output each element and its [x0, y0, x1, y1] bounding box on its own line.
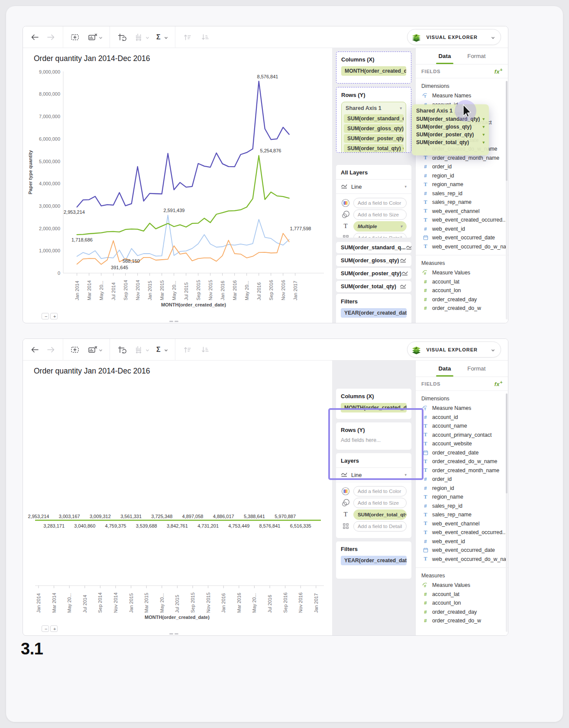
- add-visualization-button[interactable]: [70, 345, 81, 354]
- field-item[interactable]: Tweb_event_channel: [416, 519, 508, 528]
- layer-row-2[interactable]: SUM(order_gloss_qty): [336, 255, 411, 266]
- scrollbar[interactable]: [506, 81, 508, 319]
- field-item[interactable]: #order_id: [416, 475, 508, 484]
- field-item[interactable]: Taccount_primary_contact: [416, 431, 508, 440]
- back-button[interactable]: [30, 32, 39, 42]
- shared-axis-group[interactable]: Shared Axis 1▾ SUM(order_standard_qty)▾S…: [341, 102, 406, 153]
- sort-ascending-button[interactable]: [182, 32, 193, 42]
- field-item[interactable]: #region_id: [416, 171, 508, 180]
- field-item[interactable]: #web_event_id: [416, 225, 508, 234]
- field-item[interactable]: Tweb_event_occurred_do_w_na...: [416, 242, 508, 251]
- columns-shelf[interactable]: Columns (X) MONTH(order_created_d...▾: [336, 52, 411, 84]
- field-item[interactable]: Tweb_event_occurred_do_w_na...: [416, 555, 508, 564]
- field-item[interactable]: Torder_created_month_name: [416, 466, 508, 475]
- tab-data[interactable]: Data: [439, 361, 451, 377]
- field-item[interactable]: web_event_occurred_date: [416, 233, 508, 242]
- field-item[interactable]: #web_event_id: [416, 537, 508, 546]
- add-visualization-button[interactable]: [70, 32, 81, 42]
- field-item[interactable]: #region_id: [416, 484, 508, 493]
- field-item[interactable]: Tweb_event_created_occurred...: [416, 528, 508, 537]
- tab-data[interactable]: Data: [439, 48, 451, 64]
- field-item[interactable]: Tsales_rep_name: [416, 198, 508, 207]
- field-item[interactable]: #order_created_day: [416, 608, 508, 617]
- layer-row-4[interactable]: SUM(order_total_qty): [336, 281, 411, 292]
- field-item[interactable]: Tsales_rep_name: [416, 510, 508, 519]
- columns-shelf[interactable]: Columns (X) MONTH(order_created_d...▾: [336, 389, 411, 419]
- color-field-well[interactable]: Add a field to Color: [353, 486, 407, 496]
- rows-placeholder[interactable]: Add fields here...: [341, 437, 407, 443]
- field-item[interactable]: #sales_rep_id: [416, 189, 508, 198]
- sort-ascending-button[interactable]: [182, 345, 193, 354]
- layer-row-3[interactable]: SUM(order_poster_qty): [336, 268, 411, 279]
- scrollbar[interactable]: [506, 393, 508, 632]
- text-field-well[interactable]: Multiple▾: [353, 221, 407, 232]
- swap-axes-button[interactable]: [117, 345, 127, 354]
- zoom-in-button[interactable]: +: [50, 625, 58, 632]
- color-field-well[interactable]: Add a field to Color: [353, 198, 407, 208]
- filter-pill[interactable]: YEAR(order_created_date)▾: [341, 308, 407, 318]
- visual-explorer-menu-button[interactable]: VISUAL EXPLORER: [407, 341, 501, 358]
- forward-button[interactable]: [46, 32, 56, 42]
- layer-row-1[interactable]: SUM(order_standard_q...: [336, 242, 411, 253]
- field-item[interactable]: #account_lon: [416, 286, 508, 295]
- aggregate-button[interactable]: Σ: [156, 346, 168, 354]
- field-item[interactable]: #order_created_day: [416, 295, 508, 304]
- sort-descending-button[interactable]: [200, 345, 210, 354]
- back-button[interactable]: [30, 345, 39, 354]
- field-item[interactable]: Tweb_event_created_occurred...: [416, 216, 508, 225]
- field-item[interactable]: #account_lat: [416, 590, 508, 599]
- aggregate-button[interactable]: Σ: [156, 33, 168, 41]
- viz-type-dropdown[interactable]: Line ▾: [341, 471, 407, 478]
- forward-button[interactable]: [46, 345, 56, 354]
- field-item[interactable]: #account_id: [416, 413, 508, 422]
- horizontal-scroll-handle[interactable]: [169, 321, 178, 322]
- field-item[interactable]: #order_id: [416, 162, 508, 171]
- field-item[interactable]: #sales_rep_id: [416, 502, 508, 511]
- size-field-well[interactable]: Add a field to Size: [353, 498, 407, 508]
- tab-format[interactable]: Format: [467, 361, 485, 377]
- field-item[interactable]: TMeasure Names: [416, 404, 508, 413]
- viz-type-dropdown[interactable]: Line ▾: [341, 183, 407, 190]
- horizontal-scroll-handle[interactable]: [169, 633, 178, 635]
- field-item[interactable]: Taccount_name: [416, 422, 508, 431]
- field-item[interactable]: #account_lon: [416, 599, 508, 608]
- add-calculated-field-button[interactable]: fx+: [495, 380, 503, 387]
- field-item[interactable]: Tregion_name: [416, 493, 508, 502]
- columns-field-pill[interactable]: MONTH(order_created_d...▾: [341, 403, 407, 412]
- shared-axis-field-pill[interactable]: SUM(order_standard_qty)▾: [344, 114, 404, 123]
- field-item[interactable]: Tweb_event_channel: [416, 207, 508, 216]
- field-item[interactable]: web_event_occurred_date: [416, 546, 508, 555]
- text-field-well[interactable]: SUM(order_total_qty)▾: [353, 509, 407, 520]
- detail-field-well[interactable]: Add a field to Detail: [353, 233, 407, 238]
- line-chart[interactable]: 01,000,0002,000,0003,000,0004,000,0005,0…: [23, 48, 332, 323]
- zoom-out-button[interactable]: −: [42, 313, 49, 319]
- shared-axis-field-pill[interactable]: SUM(order_total_qty)▾: [344, 144, 404, 153]
- sort-descending-button[interactable]: [200, 32, 210, 42]
- field-item[interactable]: Tregion_name: [416, 180, 508, 189]
- zoom-in-button[interactable]: +: [50, 313, 58, 319]
- size-field-well[interactable]: Add a field to Size: [353, 209, 407, 220]
- remove-visualization-button[interactable]: [87, 32, 103, 42]
- filter-pill[interactable]: YEAR(order_created_date)▾: [341, 556, 407, 565]
- swap-axes-button[interactable]: [117, 32, 127, 42]
- field-item[interactable]: #order_created_do_w: [416, 304, 508, 313]
- bar-width-button[interactable]: [134, 345, 149, 354]
- field-item[interactable]: Taccount_website: [416, 439, 508, 448]
- bar-width-button[interactable]: [134, 32, 149, 42]
- rows-shelf[interactable]: Rows (Y) Add fields here...: [336, 422, 411, 450]
- remove-visualization-button[interactable]: [87, 345, 103, 354]
- field-item[interactable]: order_created_date: [416, 448, 508, 457]
- rows-shelf[interactable]: Rows (Y) Shared Axis 1▾ SUM(order_standa…: [336, 87, 411, 153]
- field-item[interactable]: #account_lat: [416, 277, 508, 287]
- detail-field-well[interactable]: Add a field to Detail: [353, 521, 407, 532]
- columns-field-pill[interactable]: MONTH(order_created_d...▾: [341, 66, 406, 76]
- add-calculated-field-button[interactable]: fx+: [495, 68, 503, 75]
- visual-explorer-menu-button[interactable]: VISUAL EXPLORER: [407, 29, 501, 45]
- tab-format[interactable]: Format: [467, 48, 485, 64]
- field-item[interactable]: #Measure Values: [416, 581, 508, 590]
- field-item[interactable]: #Measure Values: [416, 268, 508, 277]
- field-item[interactable]: #order_created_do_w: [416, 616, 508, 625]
- shared-axis-field-pill[interactable]: SUM(order_gloss_qty)▾: [344, 124, 404, 133]
- field-item[interactable]: Torder_created_do_w_name: [416, 457, 508, 466]
- zoom-out-button[interactable]: −: [42, 625, 49, 632]
